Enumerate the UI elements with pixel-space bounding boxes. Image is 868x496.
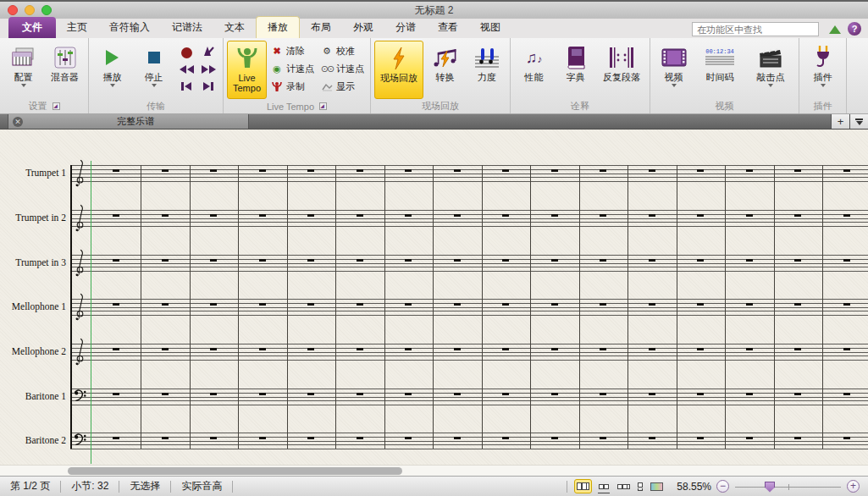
live-tempo-display-button[interactable]: 显示: [318, 80, 367, 94]
view-spreads-vertical-button[interactable]: [596, 479, 611, 493]
treble-clef-icon[interactable]: [74, 249, 86, 280]
instrument-name[interactable]: Trumpet in 3: [0, 257, 66, 267]
whole-rest[interactable]: [746, 169, 753, 172]
tab-note-input[interactable]: 音符输入: [98, 17, 161, 38]
whole-rest[interactable]: [307, 214, 314, 217]
whole-rest[interactable]: [113, 437, 119, 439]
whole-rest[interactable]: [113, 393, 119, 395]
whole-rest[interactable]: [357, 348, 363, 350]
whole-rest[interactable]: [405, 259, 412, 262]
whole-rest[interactable]: [600, 303, 606, 306]
whole-rest[interactable]: [259, 214, 266, 217]
barline[interactable]: [238, 165, 239, 449]
barline[interactable]: [335, 165, 336, 449]
whole-rest[interactable]: [600, 214, 606, 217]
whole-rest[interactable]: [307, 259, 314, 262]
whole-rest[interactable]: [259, 348, 266, 350]
zoom-out-button[interactable]: −: [716, 480, 729, 493]
whole-rest[interactable]: [454, 303, 461, 306]
whole-rest[interactable]: [113, 169, 119, 172]
whole-rest[interactable]: [113, 348, 119, 350]
whole-rest[interactable]: [307, 303, 314, 306]
barline[interactable]: [774, 165, 775, 449]
whole-rest[interactable]: [307, 437, 314, 439]
whole-rest[interactable]: [600, 437, 606, 439]
record-button[interactable]: [181, 47, 192, 58]
live-tempo-button[interactable]: Live Tempo: [227, 41, 267, 99]
fast-forward-button[interactable]: [202, 65, 216, 74]
treble-clef-icon[interactable]: [74, 338, 86, 369]
whole-rest[interactable]: [746, 259, 753, 262]
whole-rest[interactable]: [551, 348, 558, 350]
zoom-in-button[interactable]: +: [847, 480, 860, 493]
whole-rest[interactable]: [551, 303, 558, 306]
whole-rest[interactable]: [357, 169, 363, 172]
whole-rest[interactable]: [649, 393, 655, 395]
whole-rest[interactable]: [113, 259, 119, 262]
whole-rest[interactable]: [794, 393, 801, 395]
live-tempo-calibrate-button[interactable]: ⚙ 校准: [318, 44, 367, 58]
whole-rest[interactable]: [210, 259, 217, 262]
whole-rest[interactable]: [307, 169, 314, 172]
treble-clef-icon[interactable]: [74, 159, 86, 190]
whole-rest[interactable]: [259, 169, 266, 172]
whole-rest[interactable]: [454, 169, 461, 172]
whole-rest[interactable]: [210, 214, 217, 217]
whole-rest[interactable]: [405, 214, 412, 217]
whole-rest[interactable]: [502, 169, 509, 172]
instrument-name[interactable]: Baritone 1: [0, 391, 66, 401]
whole-rest[interactable]: [162, 348, 169, 350]
live-playback-button[interactable]: 现场回放: [374, 41, 423, 99]
whole-rest[interactable]: [405, 303, 412, 306]
whole-rest[interactable]: [794, 437, 801, 439]
tab-play[interactable]: 播放: [256, 16, 300, 38]
view-panorama-button[interactable]: [649, 479, 665, 493]
whole-rest[interactable]: [454, 214, 461, 217]
whole-rest[interactable]: [746, 214, 753, 217]
document-tab-full-score[interactable]: ✕ 完整乐谱: [8, 114, 249, 129]
whole-rest[interactable]: [843, 169, 850, 172]
barline[interactable]: [141, 165, 141, 449]
whole-rest[interactable]: [649, 303, 655, 306]
whole-rest[interactable]: [746, 437, 753, 439]
barline[interactable]: [482, 165, 483, 449]
whole-rest[interactable]: [843, 303, 850, 306]
whole-rest[interactable]: [210, 393, 217, 395]
rewind-button[interactable]: [180, 65, 194, 74]
expand-dialog-icon[interactable]: [319, 102, 327, 110]
whole-rest[interactable]: [697, 214, 704, 217]
ribbon-search-input[interactable]: [692, 22, 819, 36]
whole-rest[interactable]: [210, 437, 217, 439]
whole-rest[interactable]: [697, 169, 704, 172]
setup-config-button[interactable]: 配置: [3, 41, 43, 99]
barline[interactable]: [287, 165, 288, 449]
whole-rest[interactable]: [697, 259, 704, 262]
help-icon[interactable]: ?: [848, 22, 861, 36]
whole-rest[interactable]: [357, 259, 363, 262]
dynamics-button[interactable]: 力度: [467, 41, 506, 99]
whole-rest[interactable]: [210, 348, 217, 350]
score-canvas[interactable]: Trumpet 1Trumpet in 2Trumpet in 3Melloph…: [0, 130, 868, 476]
tab-notations[interactable]: 记谱法: [161, 17, 213, 38]
barline[interactable]: [822, 165, 823, 449]
whole-rest[interactable]: [746, 348, 753, 350]
whole-rest[interactable]: [502, 393, 509, 395]
zoom-slider[interactable]: [735, 480, 841, 493]
whole-rest[interactable]: [551, 393, 558, 395]
whole-rest[interactable]: [843, 259, 850, 262]
go-to-start-button[interactable]: [181, 82, 191, 91]
whole-rest[interactable]: [405, 393, 412, 395]
instrument-name[interactable]: Baritone 2: [0, 435, 66, 445]
plugins-button[interactable]: 插件: [803, 41, 843, 99]
whole-rest[interactable]: [794, 259, 801, 262]
barline[interactable]: [190, 165, 191, 449]
whole-rest[interactable]: [405, 348, 412, 350]
whole-rest[interactable]: [405, 437, 412, 439]
go-to-end-button[interactable]: [203, 82, 213, 91]
whole-rest[interactable]: [502, 214, 509, 217]
new-tab-button[interactable]: +: [831, 114, 849, 129]
whole-rest[interactable]: [502, 259, 509, 262]
whole-rest[interactable]: [454, 437, 461, 439]
barline[interactable]: [579, 165, 580, 449]
whole-rest[interactable]: [502, 437, 509, 439]
